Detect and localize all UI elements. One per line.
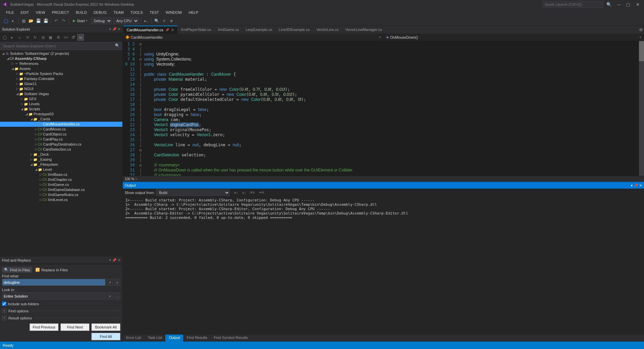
folder-node[interactable]: _Deck (38, 152, 49, 157)
file-node[interactable]: CardMouseHandler.cs (43, 122, 80, 127)
file-node[interactable]: CardPlay.cs (43, 137, 63, 142)
assets-node[interactable]: Assets (19, 66, 31, 71)
fwd-icon[interactable]: ▸ (9, 34, 15, 41)
find-history-dropdown[interactable]: ▾ (107, 279, 113, 286)
open-button[interactable]: 📂 (28, 17, 34, 24)
folder-node[interactable]: NGUI (24, 86, 34, 91)
vertical-scrollbar[interactable] (639, 41, 644, 176)
editor-tab[interactable]: XmlPlayerState.cs (177, 26, 214, 34)
step-button[interactable]: ▸₌ (143, 17, 150, 24)
menu-team[interactable]: TEAM (110, 10, 127, 15)
folder-node[interactable]: Solitaire Vegas (24, 91, 49, 96)
folder-node[interactable]: Prototype03 (34, 112, 53, 117)
config-select[interactable]: Debug (91, 17, 112, 24)
maximize-button[interactable]: ▢ (624, 1, 633, 7)
word-wrap-icon[interactable]: ↩≡ (258, 189, 265, 196)
properties-icon[interactable]: ⧉ (55, 34, 62, 41)
output-source-select[interactable]: Build (156, 189, 230, 196)
folder-node[interactable]: Level (43, 167, 52, 172)
replace-in-files-tab[interactable]: 🔁Replace in Files (33, 267, 70, 273)
folder-node[interactable]: Fantasy-Colorable (24, 76, 54, 81)
nav-back-button[interactable]: ◯ (2, 17, 9, 24)
code-icon[interactable]: <> (63, 34, 69, 41)
comment-button[interactable]: ≡ (161, 17, 167, 24)
editor-tab[interactable]: Line3DExample.cs (276, 26, 313, 34)
redo-button[interactable]: ↷ (60, 17, 67, 24)
find-results-tab[interactable]: Find Results (183, 335, 210, 342)
menu-tools[interactable]: TOOLS (127, 10, 146, 15)
home-icon[interactable]: ⌂ (16, 34, 23, 41)
file-node[interactable]: XmlGameRules.cs (48, 192, 78, 197)
panel-dropdown-icon[interactable]: ▾ (109, 258, 111, 262)
file-node[interactable]: CardPlayDestination.cs (43, 142, 81, 147)
pin-icon[interactable]: 📌 (634, 184, 638, 187)
file-node[interactable]: XmlLevel.cs (48, 197, 68, 202)
close-tab-icon[interactable]: ✕ (171, 28, 174, 32)
menu-help[interactable]: HELP (185, 10, 202, 15)
editor-tab[interactable]: VectorLine.cs (313, 26, 342, 34)
clear-output-icon[interactable]: ✕≡ (249, 189, 255, 196)
goto-next-icon[interactable]: ≡↓ (241, 189, 247, 196)
find-what-input[interactable] (2, 279, 106, 286)
menu-debug[interactable]: DEBUG (90, 10, 110, 15)
folder-node[interactable]: _Cards (38, 117, 50, 122)
expand-result-options[interactable]: + (2, 316, 6, 320)
search-icon[interactable]: 🔍 (115, 43, 120, 48)
output-text[interactable]: 1>------ Build started: Project: Assembl… (123, 197, 644, 334)
task-list-tab[interactable]: Task List (145, 335, 166, 342)
folder-node[interactable]: _Filesystem (38, 162, 58, 167)
solution-search-input[interactable] (1, 42, 122, 50)
save-all-button[interactable]: 💾 (42, 17, 49, 24)
folder-node[interactable]: Glow11 (24, 81, 37, 86)
close-panel-icon[interactable]: ✕ (118, 258, 120, 262)
look-in-input[interactable] (2, 293, 106, 300)
code-content[interactable]: using UnityEngine; using System.Collecti… (143, 41, 644, 176)
save-button[interactable]: 💾 (35, 17, 42, 24)
expression-builder-button[interactable]: ▸ (114, 279, 120, 286)
show-all-icon[interactable]: ▦ (47, 34, 54, 41)
close-output-icon[interactable]: ✕ (639, 184, 642, 187)
folder-node[interactable]: Levels (29, 102, 40, 107)
preview-icon[interactable]: 🗗 (70, 34, 77, 41)
platform-select[interactable]: Any CPU (113, 17, 139, 24)
scrollbar-thumb[interactable] (639, 41, 644, 61)
goto-prev-icon[interactable]: ≡↑ (233, 189, 239, 196)
zoom-dropdown-icon[interactable]: ▾ (135, 178, 137, 181)
editor-tab[interactable]: XmlGame.cs (214, 26, 242, 34)
pin-icon[interactable]: 📌 (112, 258, 116, 262)
find-in-files-tab[interactable]: 🔍Find in Files (2, 267, 32, 273)
refresh-icon[interactable]: ↻ (32, 34, 38, 41)
undo-button[interactable]: ↶ (53, 17, 59, 24)
menu-edit[interactable]: EDIT (17, 10, 32, 15)
find-button[interactable]: 🔍 (153, 17, 160, 24)
editor-tab[interactable]: CardMouseHandler.cs📌✕ (123, 26, 177, 34)
project-node[interactable]: Assembly-CSharp (15, 56, 47, 61)
fold-column[interactable]: ⊟ │ │ ⊟ │ │ │ │ │ │ │ │ │ │ │ │ │ │ │ │ … (138, 41, 143, 176)
menu-project[interactable]: PROJECT (48, 10, 72, 15)
file-node[interactable]: XmlGameDatabase.cs (48, 187, 85, 192)
folder-node[interactable]: Scripts (29, 107, 40, 112)
file-node[interactable]: CardObject.cs (43, 132, 67, 137)
pin-icon[interactable]: 📌 (165, 28, 169, 32)
search-icon[interactable]: 🔍 (606, 2, 612, 7)
start-debug-button[interactable]: ▶ Start ▾ (70, 18, 90, 24)
menu-test[interactable]: TEST (146, 10, 162, 15)
error-list-tab[interactable]: Error List (123, 335, 145, 342)
find-next-button[interactable]: Find Next (61, 323, 89, 331)
look-in-dropdown[interactable]: ▾ (107, 293, 113, 300)
panel-dropdown-icon[interactable]: ▾ (631, 184, 633, 187)
find-all-button[interactable]: Find All (91, 333, 120, 340)
browse-button[interactable]: … (114, 293, 120, 300)
sync-icon[interactable]: ⟳ (24, 34, 31, 41)
minimize-button[interactable]: ─ (614, 1, 623, 7)
preview-selected-icon[interactable]: ▤ (77, 34, 84, 41)
uncomment-button[interactable]: ≢ (168, 17, 175, 24)
file-node[interactable]: XmlGame.cs (48, 182, 69, 187)
scroll-tabs-icon[interactable]: ⊕ (638, 26, 644, 34)
solution-tree[interactable]: ◢⧉Solution 'SolitaireVegas' (2 projects)… (0, 50, 122, 257)
folder-node[interactable]: GFX (29, 96, 37, 102)
menu-file[interactable]: FILE (3, 10, 17, 15)
menu-view[interactable]: VIEW (32, 10, 48, 15)
panel-dropdown-icon[interactable]: ▾ (109, 27, 111, 31)
collapse-icon[interactable]: ⊟ (40, 34, 46, 41)
